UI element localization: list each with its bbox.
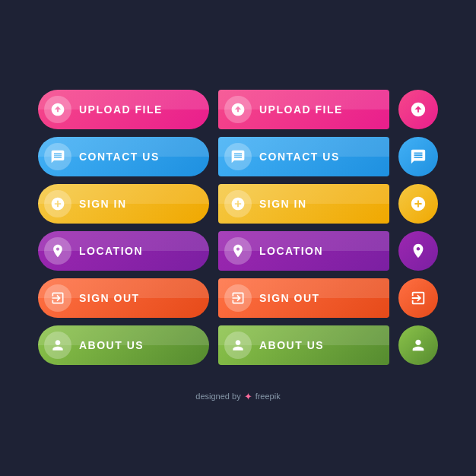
signout-pill-label: SIGN OUT (79, 292, 140, 304)
location-circle-button[interactable] (398, 231, 438, 271)
contact-row: CONTACT US CONTACT US (15, 137, 461, 176)
signout-rect-icon (224, 284, 252, 312)
signout-row: SIGN OUT SIGN OUT (15, 278, 461, 318)
signin-pill-label: SIGN IN (79, 198, 127, 210)
footer-star-icon: ✦ (244, 391, 252, 402)
upload-pill-label: UPLOAD FILE (79, 103, 163, 116)
location-rect-button[interactable]: LOCATION (218, 231, 389, 271)
about-pill-button[interactable]: ABOUT US (38, 325, 209, 365)
contact-pill-icon (44, 143, 71, 170)
upload-row: UPLOAD FILE UPLOAD FILE (15, 90, 461, 129)
footer-text: designed by (195, 392, 240, 401)
signin-rect-button[interactable]: SIGN IN (218, 184, 389, 224)
upload-rect-label: UPLOAD FILE (259, 103, 343, 116)
signout-circle-icon (410, 290, 427, 306)
contact-rect-label: CONTACT US (259, 151, 340, 163)
upload-rect-button[interactable]: UPLOAD FILE (218, 90, 389, 129)
about-rect-label: ABOUT US (259, 339, 324, 351)
buttons-container: UPLOAD FILE UPLOAD FILE CONTACT US CONTA… (0, 75, 476, 380)
contact-circle-icon (410, 148, 427, 165)
footer-brand: freepik (255, 392, 281, 401)
about-row: ABOUT US ABOUT US (15, 325, 461, 365)
signout-pill-icon (44, 284, 71, 312)
location-pill-icon (44, 237, 71, 265)
upload-circle-icon (410, 101, 427, 118)
signin-rect-icon (224, 190, 252, 217)
about-pill-icon (44, 332, 71, 359)
signin-circle-icon (410, 195, 427, 212)
signout-circle-button[interactable] (398, 278, 438, 318)
location-pill-button[interactable]: LOCATION (38, 231, 209, 271)
upload-pill-icon (44, 96, 71, 123)
about-circle-button[interactable] (398, 325, 438, 365)
contact-rect-icon (224, 143, 252, 170)
contact-pill-label: CONTACT US (79, 151, 160, 163)
location-rect-icon (224, 237, 252, 265)
about-pill-label: ABOUT US (79, 339, 144, 351)
signin-pill-icon (44, 190, 71, 217)
signin-row: SIGN IN SIGN IN (15, 184, 461, 224)
footer: designed by ✦ freepik (195, 391, 280, 402)
signout-rect-button[interactable]: SIGN OUT (218, 278, 389, 318)
signin-pill-button[interactable]: SIGN IN (38, 184, 209, 224)
signin-rect-label: SIGN IN (259, 198, 307, 210)
upload-rect-icon (224, 96, 252, 123)
signout-pill-button[interactable]: SIGN OUT (38, 278, 209, 318)
location-row: LOCATION LOCATION (15, 231, 461, 271)
contact-circle-button[interactable] (398, 137, 438, 176)
location-pill-label: LOCATION (79, 245, 143, 257)
location-circle-icon (410, 243, 427, 259)
upload-pill-button[interactable]: UPLOAD FILE (38, 90, 209, 129)
about-rect-button[interactable]: ABOUT US (218, 325, 389, 365)
contact-rect-button[interactable]: CONTACT US (218, 137, 389, 176)
signin-circle-button[interactable] (398, 184, 438, 224)
upload-circle-button[interactable] (398, 90, 438, 129)
about-circle-icon (410, 337, 427, 354)
contact-pill-button[interactable]: CONTACT US (38, 137, 209, 176)
location-rect-label: LOCATION (259, 245, 323, 257)
about-rect-icon (224, 332, 252, 359)
signout-rect-label: SIGN OUT (259, 292, 320, 304)
